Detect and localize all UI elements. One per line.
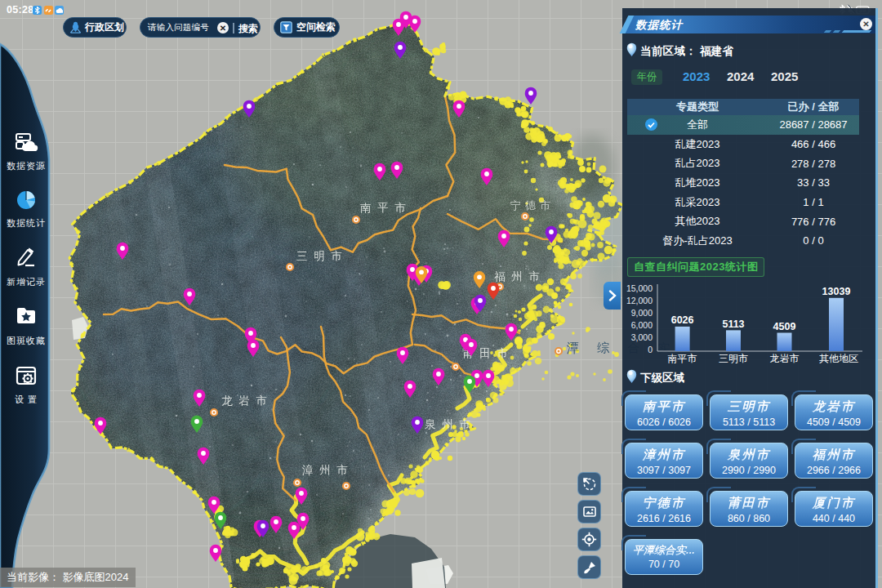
svg-text:4509: 4509 bbox=[773, 321, 796, 332]
svg-text:三 明 市: 三 明 市 bbox=[296, 250, 344, 262]
svg-text:三明市: 三明市 bbox=[719, 353, 748, 364]
svg-text:其他地区: 其他地区 bbox=[819, 353, 858, 364]
svg-text:3,000: 3,000 bbox=[631, 332, 653, 342]
svg-text:泉 州 市: 泉 州 市 bbox=[425, 418, 472, 430]
svg-text:15,000: 15,000 bbox=[626, 283, 653, 293]
svg-text:0: 0 bbox=[648, 345, 653, 354]
svg-text:南 平 市: 南 平 市 bbox=[360, 202, 408, 214]
svg-text:宁德市: 宁德市 bbox=[510, 199, 555, 212]
svg-text:漳 州 市: 漳 州 市 bbox=[302, 464, 350, 476]
svg-text:龙岩市: 龙岩市 bbox=[770, 353, 800, 364]
svg-text:6,000: 6,000 bbox=[631, 320, 653, 330]
svg-text:龙 岩 市: 龙 岩 市 bbox=[221, 394, 269, 407]
svg-text:12,000: 12,000 bbox=[626, 296, 653, 305]
svg-text:福 州 市: 福 州 市 bbox=[494, 270, 541, 283]
svg-text:13039: 13039 bbox=[822, 286, 851, 297]
svg-text:5113: 5113 bbox=[722, 318, 744, 330]
svg-text:南平市: 南平市 bbox=[668, 353, 697, 364]
svg-text:9,000: 9,000 bbox=[631, 308, 653, 318]
svg-text:6026: 6026 bbox=[671, 314, 694, 326]
